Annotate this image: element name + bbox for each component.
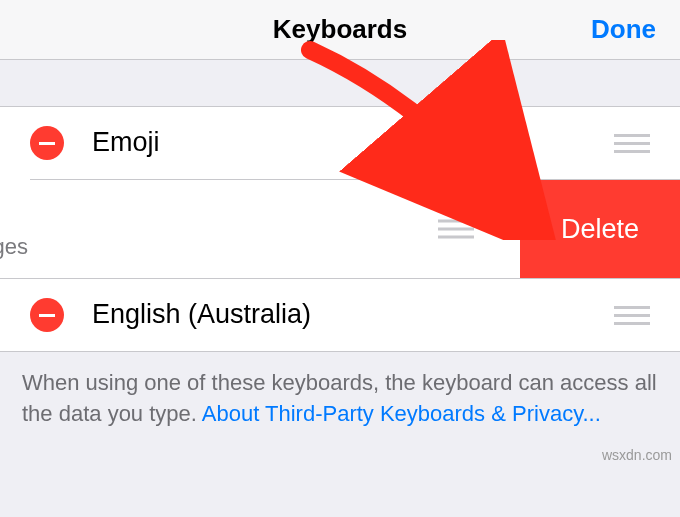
keyboard-list: Emoji oard tiple languages Delete Englis… [0,106,680,352]
list-item-sublabel: tiple languages [0,234,28,260]
minus-icon[interactable] [30,298,64,332]
watermark: wsxdn.com [602,447,672,463]
page-title: Keyboards [273,14,407,45]
drag-handle-icon[interactable] [614,306,650,325]
list-item-emoji[interactable]: Emoji [0,107,680,179]
list-item-label: English (Australia) [92,298,614,332]
minus-icon[interactable] [30,126,64,160]
drag-handle-icon[interactable] [614,134,650,153]
done-button[interactable]: Done [591,14,656,45]
section-spacer [0,60,680,106]
list-item-label: oard [0,199,28,230]
list-item-gboard[interactable]: oard tiple languages Delete [0,180,680,278]
footer-note: When using one of these keyboards, the k… [0,352,680,454]
privacy-link[interactable]: About Third-Party Keyboards & Privacy... [202,401,601,426]
navbar: Keyboards Done [0,0,680,60]
list-item-content: oard tiple languages [0,180,28,278]
drag-handle-icon[interactable] [438,220,474,239]
delete-button[interactable]: Delete [520,180,680,278]
list-item-english[interactable]: English (Australia) [0,279,680,351]
list-item-label: Emoji [92,126,614,160]
